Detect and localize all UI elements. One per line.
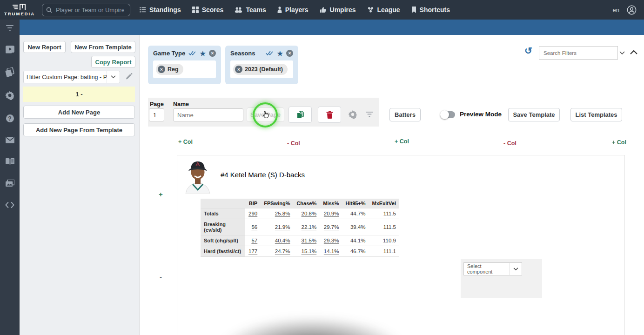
stat-link[interactable]: 20.9% bbox=[324, 211, 339, 216]
page-label: Page bbox=[150, 101, 164, 107]
trash-icon bbox=[326, 111, 333, 119]
nav-right: en bbox=[613, 5, 644, 15]
gear-icon[interactable] bbox=[5, 91, 14, 100]
nav-item-teams[interactable]: Teams bbox=[235, 6, 266, 13]
account-icon[interactable] bbox=[627, 5, 637, 15]
trumedia-logo[interactable]: TRUMEDIA bbox=[0, 3, 37, 17]
select-component-dropdown[interactable]: Select component bbox=[463, 262, 522, 275]
language-selector[interactable]: en bbox=[613, 7, 619, 13]
mail-icon[interactable] bbox=[6, 137, 14, 143]
remove-row-button[interactable]: - bbox=[160, 273, 162, 281]
add-column-button[interactable]: + Col bbox=[612, 139, 626, 146]
preview-mode-label: Preview Mode bbox=[460, 111, 502, 118]
add-column-button[interactable]: + Col bbox=[178, 139, 193, 145]
top-nav: TRUMEDIA Standings Scores Teams Players bbox=[0, 0, 644, 20]
search-input[interactable] bbox=[55, 6, 125, 14]
nav-item-label: League bbox=[377, 6, 400, 13]
remove-column-button[interactable]: - Col bbox=[287, 140, 300, 147]
search-filters-input[interactable] bbox=[539, 50, 619, 56]
stat-link[interactable]: 25.8% bbox=[275, 211, 290, 216]
remove-filter-icon[interactable]: × bbox=[209, 50, 216, 57]
nav-item-players[interactable]: Players bbox=[277, 6, 309, 13]
edit-pencil-icon[interactable] bbox=[125, 73, 133, 81]
stat-link[interactable]: 56 bbox=[251, 224, 257, 230]
stat-link[interactable]: 20.8% bbox=[302, 211, 317, 216]
stat-link[interactable]: 290 bbox=[248, 211, 257, 216]
filter-chip-label: Seasons bbox=[230, 50, 255, 57]
stat-link[interactable]: 22.1% bbox=[302, 224, 317, 230]
table-header-row: BIP FPSwing% Chase% Miss% Hit95+% MxExit… bbox=[201, 199, 399, 208]
page-indicator[interactable]: 1 - bbox=[23, 87, 135, 102]
stat-value: 111.1 bbox=[369, 246, 399, 257]
stat-link[interactable]: 29.7% bbox=[324, 224, 339, 230]
book-icon[interactable] bbox=[6, 158, 14, 165]
filter-tag[interactable]: × Reg bbox=[156, 64, 183, 75]
select-all-check-icon[interactable] bbox=[266, 51, 274, 56]
stat-link[interactable]: 57 bbox=[251, 238, 257, 243]
stat-link[interactable]: 177 bbox=[248, 248, 257, 254]
add-new-page-from-template-button[interactable]: Add New Page From Template bbox=[23, 123, 135, 136]
report-panel: New Report New From Template Copy Report… bbox=[20, 35, 140, 335]
cards-icon[interactable] bbox=[5, 67, 15, 77]
page-number-input[interactable] bbox=[149, 108, 164, 121]
images-icon[interactable] bbox=[6, 180, 14, 188]
save-page-button[interactable]: Save Page bbox=[247, 107, 284, 122]
stat-link[interactable]: 24.7% bbox=[275, 248, 290, 254]
select-component-placeholder: Select component bbox=[464, 263, 510, 275]
filter-chip-label: Game Type bbox=[153, 50, 185, 57]
preview-mode-toggle[interactable] bbox=[441, 111, 455, 118]
save-template-button[interactable]: Save Template bbox=[508, 108, 560, 121]
table-row: Hard (fast/si/ct) 177 24.7% 15.1% 14.1% … bbox=[201, 246, 399, 257]
duplicate-page-button[interactable] bbox=[288, 107, 312, 123]
search-filters[interactable] bbox=[539, 46, 618, 60]
filter-tag[interactable]: × 2023 (Default) bbox=[233, 64, 288, 75]
nav-item-standings[interactable]: Standings bbox=[140, 6, 181, 13]
nav-links: Standings Scores Teams Players Umpires L… bbox=[140, 6, 450, 13]
nav-item-shortcuts[interactable]: Shortcuts bbox=[411, 6, 450, 13]
filter-history-icon[interactable]: ↺ bbox=[524, 46, 532, 55]
stat-link[interactable]: 21.9% bbox=[275, 224, 290, 230]
remove-filter-icon[interactable]: × bbox=[286, 50, 293, 57]
stat-link[interactable]: 14.1% bbox=[324, 248, 339, 254]
list-templates-button[interactable]: List Templates bbox=[570, 108, 622, 121]
stat-link[interactable]: 40.4% bbox=[275, 238, 290, 243]
column-header: Miss% bbox=[320, 199, 342, 208]
report-select[interactable]: Hitter Custom Page: batting - P... bbox=[23, 71, 120, 83]
page-filter-icon[interactable] bbox=[365, 111, 374, 117]
remove-column-button[interactable]: - Col bbox=[503, 140, 517, 147]
video-icon[interactable] bbox=[6, 46, 14, 54]
favorite-star-icon[interactable]: ★ bbox=[277, 50, 283, 57]
favorite-star-icon[interactable]: ★ bbox=[200, 50, 206, 57]
nav-item-scores[interactable]: Scores bbox=[192, 6, 224, 13]
global-search[interactable] bbox=[42, 4, 130, 16]
copy-report-button[interactable]: Copy Report bbox=[91, 56, 135, 68]
collapse-filters-chevron-up-icon[interactable] bbox=[630, 50, 637, 54]
page-settings-gear-icon[interactable] bbox=[348, 110, 357, 119]
stat-link[interactable]: 29.3% bbox=[324, 238, 339, 243]
batters-button[interactable]: Batters bbox=[389, 108, 421, 121]
select-all-check-icon[interactable] bbox=[188, 51, 197, 56]
row-label: Totals bbox=[201, 208, 245, 219]
page-name-input[interactable] bbox=[173, 108, 243, 121]
add-row-button[interactable]: + bbox=[159, 190, 163, 198]
help-icon[interactable]: ? bbox=[6, 114, 14, 122]
add-column-button[interactable]: + Col bbox=[395, 138, 409, 145]
add-new-page-button[interactable]: Add New Page bbox=[23, 106, 135, 119]
new-from-template-button[interactable]: New From Template bbox=[71, 41, 135, 53]
code-icon[interactable] bbox=[5, 202, 14, 208]
stat-link[interactable]: 31.5% bbox=[302, 238, 317, 243]
new-report-button[interactable]: New Report bbox=[23, 41, 66, 53]
stat-link[interactable]: 15.1% bbox=[302, 248, 317, 254]
copy-pages-icon bbox=[296, 111, 304, 119]
filter-icon[interactable] bbox=[6, 25, 14, 31]
stat-value: 46.7% bbox=[342, 246, 369, 257]
column-header: MxExitVel bbox=[369, 199, 399, 208]
nav-item-league[interactable]: League bbox=[367, 6, 400, 13]
remove-tag-icon[interactable]: × bbox=[235, 66, 242, 73]
row-label: Breaking (cv/sld) bbox=[201, 219, 245, 235]
umpires-icon bbox=[320, 7, 327, 13]
stat-value: 39.4% bbox=[342, 219, 369, 235]
remove-tag-icon[interactable]: × bbox=[158, 66, 165, 73]
delete-page-button[interactable] bbox=[318, 107, 341, 123]
nav-item-umpires[interactable]: Umpires bbox=[320, 6, 356, 13]
